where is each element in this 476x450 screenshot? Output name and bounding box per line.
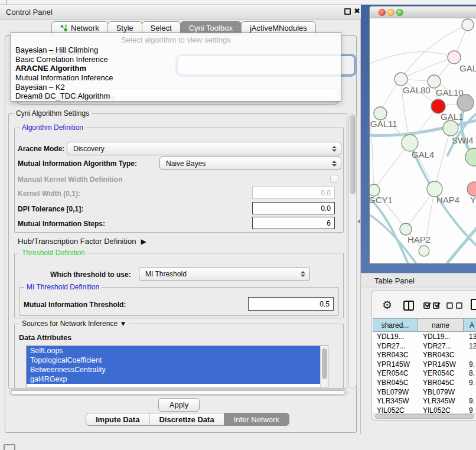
dropdown-item-mutual-information-inference[interactable]: Mutual Information Inference	[15, 73, 341, 83]
cell-name[interactable]: YIL052C	[419, 406, 465, 413]
network-node[interactable]	[419, 246, 429, 256]
cell-shared-name[interactable]: YDL19...	[373, 332, 419, 342]
document-icon[interactable]	[471, 299, 476, 310]
network-node[interactable]	[457, 94, 474, 111]
gear-icon[interactable]: ⚙	[382, 298, 392, 312]
cell-shared-name[interactable]: YBL079W	[373, 388, 419, 397]
cell-name[interactable]: YBR043C	[419, 351, 465, 360]
network-node-gal10[interactable]	[428, 75, 441, 88]
mi-steps-field[interactable]: 6	[252, 217, 335, 229]
minimized-panel-icon[interactable]	[4, 444, 15, 450]
network-canvas[interactable]: GALGAL80GAL10GAL1GAL11SWI4GAL4GCY1HAP4YH…	[370, 18, 476, 264]
cell-extra[interactable]	[465, 388, 476, 397]
table-row[interactable]: YLR345W YLR345W 9.	[373, 397, 476, 406]
apply-button[interactable]: Apply	[158, 398, 200, 412]
table-row[interactable]: YDR27... YDR27... 12	[373, 342, 476, 351]
cell-extra[interactable]: 8.	[465, 369, 476, 379]
network-node-y[interactable]	[467, 182, 476, 196]
cell-shared-name[interactable]: YPR145W	[373, 360, 419, 370]
manual-kernel-width-checkbox[interactable]	[330, 175, 338, 183]
network-edge[interactable]	[374, 143, 410, 190]
deselect-all-checkboxes-icon[interactable]	[446, 302, 462, 309]
network-node-hap2[interactable]	[400, 223, 412, 235]
column-header-clipped[interactable]: A	[463, 318, 476, 332]
cell-shared-name[interactable]: YLR345W	[373, 397, 419, 406]
cell-shared-name[interactable]: YER054C	[373, 369, 419, 379]
table-row[interactable]: YPR145W YPR145W 9.	[373, 360, 476, 370]
tab-discretize-data[interactable]: Discretize Data	[149, 413, 224, 426]
network-node-gal80[interactable]	[395, 73, 407, 86]
table-row[interactable]: YDL19... YDL19... 13	[373, 332, 476, 342]
mi-algorithm-type-combobox[interactable]: Naive Bayes	[159, 156, 341, 170]
cell-extra[interactable]: 13	[465, 332, 476, 342]
table-row[interactable]: YBL079W YBL079W	[373, 388, 476, 397]
network-node-swi4[interactable]	[443, 120, 458, 136]
cell-extra[interactable]	[465, 351, 476, 360]
cell-shared-name[interactable]: YDR27...	[373, 342, 419, 351]
tab-impute-data[interactable]: Impute Data	[86, 413, 149, 426]
settings-horizontal-scrollbar[interactable]	[9, 389, 348, 396]
table-row[interactable]: YIL052C YIL052C 9	[373, 406, 476, 413]
network-node-gal4[interactable]	[402, 135, 418, 151]
table-horizontal-scrollbar[interactable]	[373, 413, 476, 419]
settings-vertical-scrollbar[interactable]	[348, 113, 357, 389]
dropdown-item-dream8-dc-tdc-algorithm[interactable]: Dream8 DC_TDC Algorithm	[15, 92, 341, 101]
dropdown-item-bayesian-k2[interactable]: Bayesian – K2	[15, 83, 341, 92]
settings-scrollbar-thumb[interactable]	[350, 115, 356, 194]
zoom-traffic-light[interactable]	[396, 9, 403, 16]
list-item-gal4rgexp[interactable]: gal4RGexp	[27, 374, 328, 384]
dpi-tolerance-field[interactable]: 0.0	[252, 202, 335, 214]
cell-shared-name[interactable]: YBR043C	[373, 351, 419, 360]
cell-extra[interactable]: 9	[465, 406, 476, 413]
network-node[interactable]	[462, 19, 474, 31]
dropdown-item-bayesian-hill-climbing[interactable]: Bayesian – Hill Climbing	[15, 45, 341, 55]
minimize-traffic-light[interactable]	[387, 9, 395, 16]
cell-extra[interactable]: 9.	[465, 379, 476, 388]
cell-shared-name[interactable]: YBR045C	[373, 379, 419, 388]
cell-name[interactable]: YBL079W	[419, 388, 465, 397]
dropdown-item-aracne-algorithm[interactable]: ARACNE Algorithm	[15, 64, 341, 73]
select-all-checkboxes-icon[interactable]	[423, 302, 439, 309]
float-window-icon[interactable]	[344, 8, 351, 15]
cell-name[interactable]: YER054C	[419, 369, 465, 379]
cell-extra[interactable]: 9.	[465, 397, 476, 406]
cell-extra[interactable]: 9.	[465, 360, 476, 370]
column-header-shared-name[interactable]: shared...	[373, 318, 418, 332]
list-item-selfloops[interactable]: SelfLoops	[27, 346, 328, 356]
cell-shared-name[interactable]: YIL052C	[373, 406, 419, 413]
network-edge[interactable]	[435, 128, 451, 189]
which-threshold-combobox[interactable]: MI Threshold	[139, 267, 310, 281]
column-header-name[interactable]: name	[418, 318, 464, 332]
network-node-gal[interactable]	[448, 51, 461, 64]
cell-name[interactable]: YBR045C	[419, 379, 465, 388]
network-node-gal11[interactable]	[374, 107, 387, 120]
table-row[interactable]: YBR043C YBR043C	[373, 351, 476, 360]
cell-name[interactable]: YPR145W	[419, 360, 465, 370]
split-columns-icon[interactable]	[403, 301, 414, 311]
network-node[interactable]	[465, 148, 476, 166]
cell-name[interactable]: YDL19...	[419, 332, 465, 342]
table-row[interactable]: YER054C YER054C 8.	[373, 369, 476, 379]
list-item-topologicalcoefficient[interactable]: TopologicalCoefficient	[27, 356, 328, 365]
list-item-betweennesscentrality[interactable]: BetweennessCentrality	[27, 365, 328, 374]
cell-extra[interactable]: 12	[465, 342, 476, 351]
list-scrollbar-thumb[interactable]	[322, 348, 327, 379]
network-node-gcy1[interactable]	[370, 184, 380, 196]
mi-threshold-field[interactable]: 0.5	[248, 297, 334, 311]
table-row[interactable]: YBR045C YBR045C 9.	[373, 379, 476, 388]
network-edge[interactable]	[370, 89, 374, 190]
cell-name[interactable]: YDR27...	[419, 342, 465, 351]
table-hscrollbar-thumb[interactable]	[375, 414, 474, 419]
disclosure-down-icon[interactable]: ▼	[119, 319, 126, 328]
dropdown-item-basic-correlation-inference[interactable]: Basic Correlation Inference	[15, 55, 341, 64]
kernel-width-field[interactable]: 0.0	[252, 187, 335, 199]
settings-hscrollbar-thumb[interactable]	[11, 390, 345, 394]
cell-name[interactable]: YLR345W	[419, 397, 465, 406]
tab-infer-network[interactable]: Infer Network	[224, 413, 289, 426]
close-traffic-light[interactable]	[379, 9, 386, 16]
panel-divider-grip[interactable]	[357, 219, 360, 224]
aracne-mode-combobox[interactable]: Discovery	[67, 142, 341, 155]
hub-definition-disclosure[interactable]: Hub/Transcription Factor Definition▶	[18, 237, 146, 246]
list-scrollbar[interactable]	[320, 346, 328, 387]
close-icon[interactable]: ✖	[354, 6, 360, 15]
